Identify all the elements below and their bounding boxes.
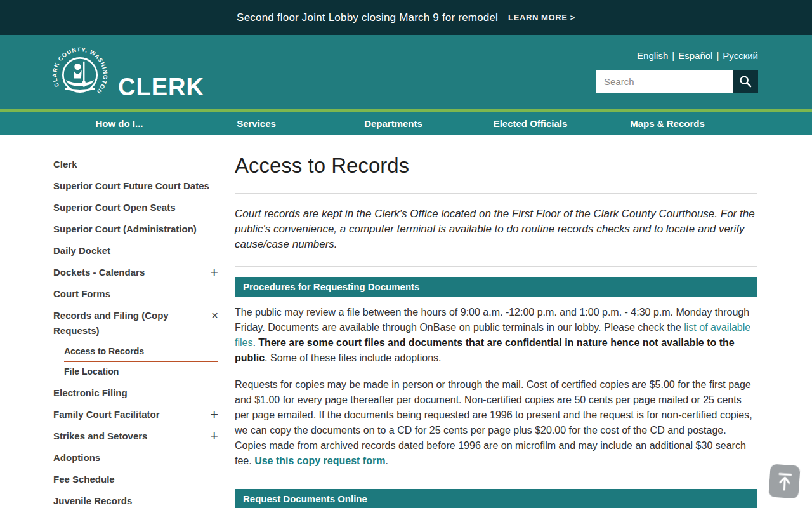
sidebar: Clerk Superior Court Future Court Dates … (53, 149, 218, 508)
sidebar-item-label: Dockets - Calendars (53, 265, 202, 280)
sidebar-item-superior-court-future-court-dates[interactable]: Superior Court Future Court Dates (53, 175, 218, 197)
sidebar-item-label: Fee Schedule (53, 472, 218, 487)
alert-banner: Second floor Joint Lobby closing March 9… (0, 0, 812, 35)
nav-item-maps-records[interactable]: Maps & Records (599, 118, 736, 129)
sidebar-item-label: Juvenile Records (53, 493, 218, 508)
section-heading-procedures: Procedures for Requesting Documents (235, 277, 757, 297)
search-icon (739, 75, 752, 88)
sidebar-item-strikes-and-setovers[interactable]: Strikes and Setovers + (53, 425, 218, 447)
section-heading-request-online: Request Documents Online (235, 489, 757, 508)
sidebar-item-label: Superior Court (Administration) (53, 222, 218, 237)
nav-item-how-do-i[interactable]: How do I... (51, 118, 188, 129)
copy-request-form-link[interactable]: Use this copy request form (254, 455, 385, 466)
sidebar-item-label: Family Court Facilitator (53, 407, 202, 422)
sidebar-item-court-forms[interactable]: Court Forms (53, 283, 218, 305)
expand-plus-icon[interactable]: + (202, 429, 218, 444)
sidebar-item-family-court-facilitator[interactable]: Family Court Facilitator + (53, 404, 218, 425)
sidebar-item-electronic-filing[interactable]: Electronic Filing (53, 382, 218, 404)
nav-item-elected-officials[interactable]: Elected Officials (462, 118, 599, 129)
intro-paragraph: Court records are kept in the Clerk's Of… (235, 206, 757, 252)
sidebar-item-fee-schedule[interactable]: Fee Schedule (53, 469, 218, 490)
expand-plus-icon[interactable]: + (202, 265, 218, 280)
page-body: Clerk Superior Court Future Court Dates … (0, 135, 812, 508)
sidebar-item-clerk[interactable]: Clerk (53, 154, 218, 175)
site-title: CLERK (118, 75, 204, 99)
sidebar-item-label: Court Forms (53, 286, 218, 302)
sidebar-item-label: Electronic Filing (53, 385, 218, 401)
sidebar-item-label: Superior Court Open Seats (53, 200, 218, 215)
search-button[interactable] (733, 70, 758, 93)
sidebar-item-dockets-calendars[interactable]: Dockets - Calendars + (53, 262, 218, 283)
paragraph-text: . (385, 455, 388, 466)
sidebar-subitem-file-location[interactable]: File Location (64, 363, 218, 380)
sidebar-item-label: Records and Filing (Copy Requests) (53, 308, 202, 338)
sidebar-item-superior-court-open-seats[interactable]: Superior Court Open Seats (53, 197, 218, 218)
language-link-espanol[interactable]: Español (678, 50, 712, 61)
collapse-x-icon[interactable]: × (202, 308, 218, 323)
paragraph-text: The public may review a file between the… (235, 307, 749, 333)
main-navigation: How do I... Services Departments Elected… (0, 112, 812, 135)
language-separator: | (672, 50, 674, 61)
language-separator: | (716, 50, 719, 61)
back-to-top-button[interactable] (768, 464, 801, 498)
nav-item-services[interactable]: Services (188, 118, 325, 129)
sidebar-item-label: Strikes and Setovers (53, 429, 202, 444)
header-utilities: English|Español|Русский (596, 50, 758, 93)
procedures-paragraph-2: Requests for copies may be made in perso… (235, 377, 757, 469)
language-switcher: English|Español|Русский (596, 50, 758, 61)
language-link-russian[interactable]: Русский (723, 50, 758, 61)
sidebar-item-superior-court-administration[interactable]: Superior Court (Administration) (53, 218, 218, 240)
paragraph-text: . (252, 337, 258, 348)
paragraph-text: Requests for copies may be made in perso… (235, 379, 752, 466)
procedures-paragraph-1: The public may review a file between the… (235, 305, 757, 366)
sidebar-item-juvenile-records[interactable]: Juvenile Records (53, 490, 218, 508)
sidebar-item-records-and-filing[interactable]: Records and Filing (Copy Requests) × (53, 305, 218, 342)
nav-item-departments[interactable]: Departments (325, 118, 462, 129)
paragraph-text: . Some of these files include adoptions. (265, 352, 441, 363)
expand-plus-icon[interactable]: + (202, 407, 218, 422)
divider (235, 266, 757, 267)
sidebar-item-label: Clerk (53, 157, 218, 172)
sidebar-subitem-access-to-records[interactable]: Access to Records (64, 343, 218, 362)
search-input[interactable] (596, 70, 733, 93)
sidebar-item-label: Adoptions (53, 450, 218, 465)
site-logo[interactable]: CLARK COUNTY, WASHINGTON CLERK (51, 46, 204, 104)
learn-more-link[interactable]: LEARN MORE > (508, 13, 575, 22)
divider (235, 193, 757, 194)
main-content: Access to Records Court records are kept… (218, 149, 757, 508)
sidebar-submenu-records-and-filing: Access to Records File Location (56, 343, 218, 380)
sidebar-item-label: Superior Court Future Court Dates (53, 178, 218, 194)
arrow-up-to-top-icon (775, 471, 793, 492)
alert-message: Second floor Joint Lobby closing March 9… (237, 11, 498, 24)
site-header: CLARK COUNTY, WASHINGTON CLERK English|E… (0, 35, 812, 109)
sidebar-item-label: Daily Docket (53, 243, 218, 258)
page-title: Access to Records (235, 154, 757, 178)
sidebar-item-daily-docket[interactable]: Daily Docket (53, 240, 218, 262)
sidebar-item-adoptions[interactable]: Adoptions (53, 447, 218, 469)
county-seal-icon: CLARK COUNTY, WASHINGTON (51, 46, 109, 104)
language-link-english[interactable]: English (637, 50, 668, 61)
search-bar (596, 70, 758, 93)
